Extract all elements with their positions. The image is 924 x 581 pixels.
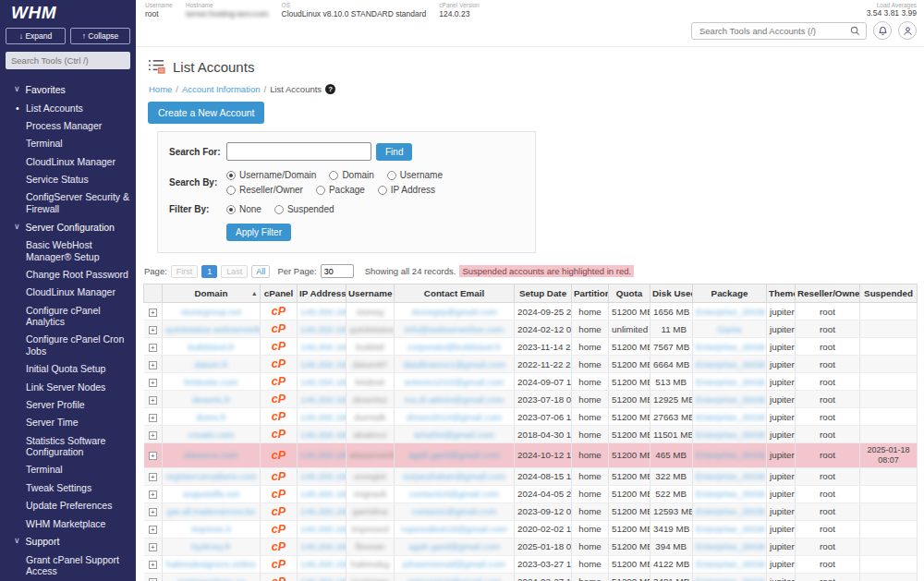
domain-link[interactable]: buildsteel.fr — [188, 342, 234, 352]
sidebar-section-server-configuration[interactable]: ∨Server Configuration — [0, 218, 136, 236]
ip-link[interactable]: 146.250.198.6 — [300, 394, 346, 405]
radio-search-by-ip-address[interactable]: IP Address — [378, 185, 435, 195]
sidebar-section-support[interactable]: ∨Support — [0, 532, 136, 551]
email-link[interactable]: corporate@buildsteel.fr — [407, 342, 501, 352]
domain-link[interactable]: stonegroup.net — [181, 307, 241, 317]
find-button[interactable]: Find — [376, 143, 412, 161]
sidebar-item-grant-cpanel-support-access[interactable]: Grant cPanel Support Access — [0, 551, 136, 580]
domain-link[interactable]: mortgageloan.co — [177, 576, 245, 581]
collapse-button[interactable]: ↑ Collapse — [70, 28, 130, 44]
package-link[interactable]: Enterprise_30GB — [696, 430, 765, 440]
ip-link[interactable]: 146.250.198.16 — [300, 576, 346, 581]
ip-link[interactable]: 146.250.198.5 — [300, 377, 346, 387]
column-header-package[interactable]: Package — [693, 284, 767, 303]
radio-search-by-username[interactable]: Username — [387, 170, 443, 180]
email-link[interactable]: dmsm2014@gmail.com — [407, 412, 502, 422]
package-link[interactable]: Enterprise_30GB — [696, 359, 765, 369]
sidebar-item-configserver-security-firewall[interactable]: ConfigServer Security & Firewall — [0, 188, 136, 218]
radio-search-by-domain[interactable]: Domain — [329, 170, 373, 180]
ip-link[interactable]: 146.250.198.3 — [300, 342, 346, 352]
search-for-input[interactable] — [226, 142, 371, 161]
sidebar-section-favorites[interactable]: ∨Favorites — [0, 80, 136, 99]
row-expand-icon[interactable]: + — [149, 543, 157, 551]
email-link[interactable]: agah.gard@gmail.com — [408, 541, 500, 551]
email-link[interactable]: contact24@gmail.com — [409, 489, 499, 499]
sidebar-item-cloudlinux-manager[interactable]: CloudLinux Manager — [0, 152, 136, 170]
email-link[interactable]: ruperedito616@gmail.com — [401, 524, 507, 534]
create-account-button[interactable]: Create a New Account — [148, 102, 264, 124]
domain-link[interactable]: bridesite.com — [184, 377, 237, 387]
ip-link[interactable]: 146.250.198.1 — [300, 307, 346, 317]
email-link[interactable]: contact1@gmail.com — [412, 506, 497, 516]
cpanel-logo-icon[interactable]: cP — [272, 340, 286, 353]
radio-search-by-package[interactable]: Package — [316, 185, 365, 195]
expand-button[interactable]: ↓ Expand — [6, 28, 66, 44]
cpanel-logo-icon[interactable]: cP — [272, 375, 286, 388]
sidebar-item-server-profile[interactable]: Server Profile — [0, 395, 136, 413]
package-link[interactable]: Enterprise_30GB — [696, 576, 765, 581]
per-page-input[interactable] — [321, 264, 354, 278]
email-link[interactable]: surjandrakan@gmail.com — [403, 471, 505, 481]
email-link[interactable]: stonegrp@gmail.com — [411, 307, 497, 317]
cpanel-logo-icon[interactable]: cP — [272, 305, 286, 318]
package-link[interactable]: Enterprise_30GB — [696, 489, 765, 499]
sidebar-search-input[interactable] — [6, 52, 130, 69]
sidebar-item-statistics-software-configuration[interactable]: Statistics Software Configuration — [0, 431, 136, 461]
row-expand-icon[interactable]: + — [149, 309, 157, 317]
ip-link[interactable]: 146.250.198.4 — [300, 359, 346, 369]
domain-link[interactable]: augustelle.net — [183, 489, 239, 499]
domain-link[interactable]: registercanadians.com — [165, 471, 257, 481]
cpanel-logo-icon[interactable]: cP — [272, 505, 286, 518]
ip-link[interactable]: 146.250.198.14 — [300, 541, 346, 551]
sidebar-item-tweak-settings[interactable]: Tweak Settings — [0, 478, 136, 496]
sidebar-item-configure-cpanel-cron-jobs[interactable]: Configure cPanel Cron Jobs — [0, 331, 136, 360]
row-expand-icon[interactable]: + — [149, 326, 157, 334]
global-search[interactable] — [691, 22, 867, 40]
cpanel-logo-icon[interactable]: cP — [272, 540, 286, 553]
column-header-contact-email[interactable]: Contact Email — [395, 284, 515, 303]
ip-link[interactable]: 146.250.198.15 — [300, 559, 346, 569]
cpanel-logo-icon[interactable]: cP — [272, 357, 286, 370]
package-link[interactable]: Enterprise_30GB — [696, 377, 765, 387]
ip-link[interactable]: 146.250.198.2 — [300, 324, 346, 334]
row-expand-icon[interactable]: + — [149, 414, 157, 422]
package-link[interactable]: Enterprise_30GB — [696, 541, 765, 551]
sidebar-item-whm-marketplace[interactable]: WHM Marketplace — [0, 514, 136, 532]
sidebar-item-terminal[interactable]: Terminal — [0, 461, 136, 478]
domain-link[interactable]: creativ.com — [188, 430, 234, 440]
cpanel-logo-icon[interactable]: cP — [272, 488, 286, 501]
sidebar-item-service-status[interactable]: Service Status — [0, 171, 136, 188]
package-link[interactable]: Enterprise_30GB — [696, 412, 765, 422]
row-expand-icon[interactable]: + — [149, 396, 157, 405]
apply-filter-button[interactable]: Apply Filter — [226, 224, 291, 241]
package-link[interactable]: Enterprise_30GB — [696, 342, 765, 352]
radio-search-by-username-domain[interactable]: Username/Domain — [226, 170, 316, 180]
column-header-suspended[interactable]: Suspended — [860, 284, 918, 303]
package-link[interactable]: Enterprise_30GB — [696, 471, 765, 481]
package-link[interactable]: Enterprise_30GB — [696, 450, 765, 460]
email-link[interactable]: ms.di.admin@gmail.com — [405, 394, 504, 405]
breadcrumb-home-link[interactable]: Home — [149, 84, 172, 94]
row-expand-icon[interactable]: + — [149, 361, 157, 369]
cpanel-logo-icon[interactable]: cP — [272, 558, 286, 571]
cpanel-logo-icon[interactable]: cP — [272, 428, 286, 441]
row-expand-icon[interactable]: + — [149, 452, 157, 460]
domain-link[interactable]: gar.all.tradevances.be — [167, 506, 256, 516]
column-header-quota[interactable]: Quota — [609, 284, 650, 303]
column-header-ip-address[interactable]: IP Address — [298, 284, 346, 303]
email-link[interactable]: datafinance1@gmail.com — [403, 359, 505, 369]
sidebar-item-server-time[interactable]: Server Time — [0, 414, 136, 431]
column-header-setup-date[interactable]: Setup Date — [515, 284, 572, 303]
notifications-button[interactable] — [873, 21, 892, 40]
row-expand-icon[interactable]: + — [149, 379, 157, 387]
sidebar-item-initial-quota-setup[interactable]: Initial Quota Setup — [0, 360, 136, 378]
cpanel-logo-icon[interactable]: cP — [272, 393, 286, 405]
row-expand-icon[interactable]: + — [149, 473, 157, 481]
sidebar-item-process-manager[interactable]: Process Manager — [0, 116, 136, 134]
domain-link[interactable]: dums.fr — [196, 412, 226, 422]
row-expand-icon[interactable]: + — [149, 344, 157, 352]
radio-search-by-reseller-owner[interactable]: Reseller/Owner — [226, 185, 303, 195]
sidebar-item-basic-webhost-manager-setup[interactable]: Basic WebHost Manager® Setup — [0, 236, 136, 266]
row-expand-icon[interactable]: + — [149, 490, 157, 499]
sidebar-item-configure-cpanel-analytics[interactable]: Configure cPanel Analytics — [0, 301, 136, 331]
